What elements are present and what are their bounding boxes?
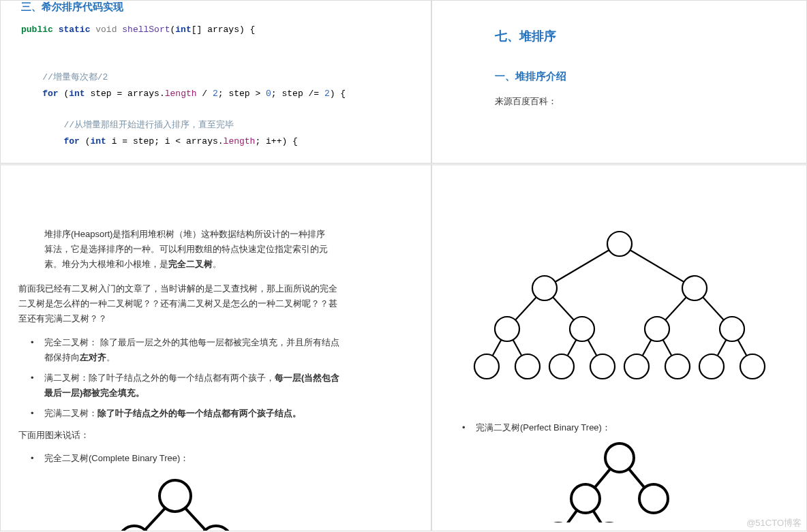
page-bottom-left: 堆排序(Heapsort)是指利用堆积树（堆）这种数据结构所设计的一种排序 算法…: [0, 163, 431, 531]
svg-line-14: [620, 244, 695, 288]
full-binary-tree-icon: [463, 227, 776, 384]
quote-line-1: 堆排序(Heapsort)是指利用堆积树（堆）这种数据结构所设计的一种排序: [44, 227, 413, 242]
page-top-left: 三、希尔排序代码实现 public static void shellSort(…: [0, 0, 431, 163]
text-source-baidu: 来源百度百科：: [495, 95, 786, 108]
svg-point-6: [159, 480, 191, 512]
len-2: length: [224, 136, 256, 146]
para-below-figs: 下面用图来说话：: [18, 428, 413, 443]
arr-2: arrays: [186, 136, 218, 146]
svg-line-13: [545, 244, 620, 288]
code-block: public static void shellSort(int[] array…: [21, 22, 410, 149]
kw-public: public: [21, 25, 53, 35]
var-i: i: [112, 136, 117, 146]
quote-line-3: 素。堆分为大根堆和小根堆，是完全二叉树。: [44, 257, 413, 272]
num-2: 2: [213, 89, 218, 99]
page-bottom-right: 完满二叉树(Perfect Binary Tree)：: [431, 163, 807, 531]
list-item-complete: 完全二叉树： 除了最后一层之外的其他每一层都被完全填充，并且所有结点 都保持向左…: [24, 332, 413, 368]
svg-point-40: [699, 354, 724, 379]
figure-list-2: 完满二叉树(Perfect Binary Tree)：: [455, 418, 789, 438]
svg-point-7: [119, 526, 150, 531]
svg-point-47: [571, 484, 600, 513]
code-comment-2: //从增量那组开始进行插入排序，直至完毕: [63, 120, 234, 130]
brace-open: {: [250, 25, 256, 35]
kw-for-1: for: [42, 89, 58, 99]
svg-point-34: [474, 354, 499, 379]
heading-heapsort-intro: 一、堆排序介绍: [495, 70, 786, 83]
kw-static: static: [59, 25, 91, 35]
svg-point-28: [532, 276, 557, 300]
figure-list-1: 完全二叉树(Complete Binary Tree)：: [24, 448, 413, 469]
svg-point-31: [570, 317, 594, 341]
svg-point-41: [740, 354, 765, 379]
blockquote-heapsort-def: 堆排序(Heapsort)是指利用堆积树（堆）这种数据结构所设计的一种排序 算法…: [18, 227, 413, 281]
param: arrays: [207, 25, 239, 35]
num-0: 0: [266, 89, 271, 99]
arr-1: arrays: [127, 89, 159, 99]
svg-point-33: [720, 317, 744, 341]
section-heading-shell: 三、希尔排序代码实现: [21, 1, 410, 14]
svg-point-48: [639, 484, 668, 513]
svg-point-36: [549, 354, 574, 379]
kw-int-1: int: [69, 89, 85, 99]
kw-int-2: int: [90, 136, 106, 146]
svg-point-39: [665, 354, 690, 379]
list-item-full: 满二叉树：除了叶子结点之外的每一个结点都有两个孩子，每一层(当然包含 最后一层)…: [24, 368, 413, 403]
complete-binary-tree-icon: [73, 477, 277, 531]
page-top-right: 七、堆排序 一、堆排序介绍 来源百度百科：: [431, 0, 807, 163]
list-item-perfect: 完满二叉树：除了叶子结点之外的每一个结点都有两个孩子结点。: [24, 403, 413, 424]
heading-heapsort: 七、堆排序: [495, 28, 786, 44]
brace-2: ) {: [281, 136, 297, 146]
svg-point-38: [624, 354, 649, 379]
svg-point-29: [682, 276, 707, 300]
para-intro: 前面我已经有二叉树入门的文章了，当时讲解的是二叉查找树，那上面所说的完全 二叉树…: [18, 281, 413, 326]
svg-point-32: [645, 317, 669, 341]
kw-void: void: [95, 25, 117, 35]
brace-1: ) {: [330, 89, 346, 99]
svg-point-27: [607, 232, 632, 256]
fn-name: shellSort: [122, 25, 170, 35]
svg-point-37: [590, 354, 615, 379]
svg-point-30: [495, 317, 519, 341]
var-step: step: [90, 89, 111, 99]
svg-point-35: [515, 354, 540, 379]
perfect-binary-tree-icon: [531, 441, 708, 522]
code-comment-1: //增量每次都/2: [42, 72, 108, 82]
kw-int: int: [175, 25, 191, 35]
kw-for-2: for: [63, 136, 79, 146]
fig-caption-complete: 完全二叉树(Complete Binary Tree)：: [24, 448, 413, 469]
fig-caption-perfect: 完满二叉树(Perfect Binary Tree)：: [455, 418, 789, 438]
quote-line-2: 算法，它是选择排序的一种。可以利用数组的特点快速定位指定索引的元: [44, 242, 413, 257]
num-2b: 2: [324, 89, 330, 99]
len-1: length: [165, 89, 197, 99]
tree-type-list: 完全二叉树： 除了最后一层之外的其他每一层都被完全填充，并且所有结点 都保持向左…: [24, 332, 413, 424]
svg-point-46: [605, 443, 634, 472]
svg-point-8: [200, 526, 232, 531]
ipp: i++: [266, 136, 281, 146]
step-2: step: [133, 136, 154, 146]
